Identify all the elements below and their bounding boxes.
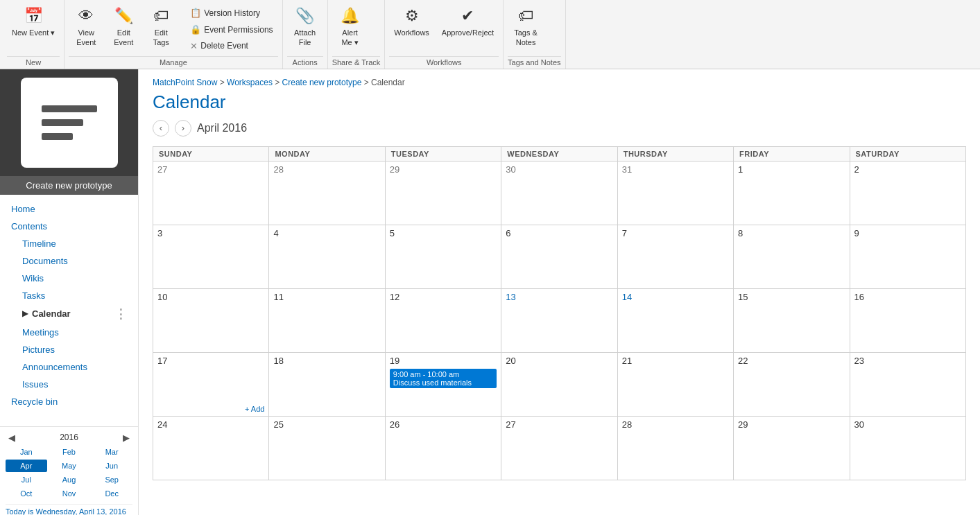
sidebar-item-recyclebin[interactable]: Recycle bin	[0, 393, 138, 410]
mini-cal-next-year[interactable]: ▶	[120, 433, 132, 443]
mini-cal-mar[interactable]: Mar	[91, 446, 132, 458]
tags-notes-button[interactable]: 🏷 Tags &Notes	[508, 3, 544, 51]
mini-cal-feb[interactable]: Feb	[49, 446, 90, 458]
calendar-day[interactable]: 14	[617, 288, 733, 352]
calendar-day[interactable]: 17+ Add	[153, 352, 269, 416]
breadcrumb-workspaces[interactable]: Workspaces	[227, 78, 273, 87]
add-event-link[interactable]: + Add	[245, 405, 264, 413]
approve-reject-button[interactable]: ✔ Approve/Reject	[437, 3, 499, 41]
workflows-button[interactable]: ⚙ Workflows	[389, 3, 434, 41]
attach-file-button[interactable]: 📎 AttachFile	[287, 3, 323, 51]
mini-cal-sep[interactable]: Sep	[91, 473, 132, 486]
mini-cal-dec[interactable]: Dec	[91, 487, 132, 500]
day-number: 20	[506, 356, 515, 366]
sidebar-item-wikis[interactable]: Wikis	[0, 270, 138, 287]
calendar-day[interactable]: 28	[269, 161, 385, 225]
mini-cal-oct[interactable]: Oct	[6, 487, 47, 500]
day-number: 30	[506, 164, 515, 175]
edit-tags-button[interactable]: 🏷 EditTags	[144, 3, 178, 51]
day-number: 15	[738, 292, 748, 302]
calendar-day[interactable]: 3	[153, 225, 269, 288]
calendar-day[interactable]: 11	[269, 288, 385, 352]
calendar-day[interactable]: 20	[501, 352, 617, 416]
sidebar-item-timeline[interactable]: Timeline	[0, 235, 138, 252]
day-number: 26	[390, 419, 399, 430]
breadcrumb-matchpoint[interactable]: MatchPoint Snow	[153, 78, 217, 87]
day-number: 22	[738, 356, 748, 366]
calendar-day[interactable]: 199:00 am - 10:00 amDiscuss used materia…	[385, 352, 501, 416]
view-event-icon: 👁	[78, 6, 94, 26]
calendar-day[interactable]: 15	[734, 288, 850, 352]
alert-me-button[interactable]: 🔔 AlertMe ▾	[332, 3, 368, 51]
logo-svg	[35, 91, 104, 154]
sidebar-item-documents[interactable]: Documents	[0, 252, 138, 270]
delete-event-button[interactable]: ✕ Delete Event	[185, 39, 277, 55]
context-menu-dots[interactable]: ⋮	[114, 308, 127, 320]
calendar-day[interactable]: 8	[734, 225, 850, 288]
col-monday: MONDAY	[269, 146, 385, 161]
calendar-day[interactable]: 25	[269, 416, 385, 480]
sidebar-item-calendar[interactable]: ▶ Calendar ⋮	[0, 304, 138, 324]
new-event-button[interactable]: 📅 New Event ▾	[7, 3, 60, 41]
event-title: Discuss used materials	[393, 378, 493, 387]
day-number: 4	[273, 228, 278, 238]
breadcrumb-create-prototype[interactable]: Create new prototype	[282, 78, 362, 87]
calendar-day[interactable]: 18	[269, 352, 385, 416]
calendar-day[interactable]: 13	[501, 288, 617, 352]
calendar-day[interactable]: 23	[850, 352, 965, 416]
calendar-day[interactable]: 10	[153, 288, 269, 352]
calendar-day[interactable]: 12	[385, 288, 501, 352]
cal-next-btn[interactable]: ›	[175, 120, 191, 137]
calendar-day[interactable]: 30	[850, 416, 965, 480]
calendar-day[interactable]: 21	[617, 352, 733, 416]
calendar-day[interactable]: 6	[501, 225, 617, 288]
sidebar-nav: Home Contents Timeline Documents Wikis T…	[0, 195, 138, 426]
day-number: 17	[157, 356, 167, 366]
event-permissions-button[interactable]: 🔒 Event Permissions	[185, 22, 277, 38]
calendar-day[interactable]: 2	[850, 161, 965, 225]
sidebar-item-pictures[interactable]: Pictures	[0, 341, 138, 358]
calendar-day[interactable]: 7	[617, 225, 733, 288]
mini-cal-aug[interactable]: Aug	[49, 473, 90, 486]
sidebar-item-home[interactable]: Home	[0, 200, 138, 218]
version-history-button[interactable]: 📋 Version History	[185, 6, 277, 21]
sidebar-item-contents[interactable]: Contents	[0, 218, 138, 235]
ribbon-group-new: 📅 New Event ▾ New	[3, 0, 65, 69]
mini-cal-jun[interactable]: Jun	[91, 460, 132, 472]
calendar-day[interactable]: 22	[734, 352, 850, 416]
calendar-day[interactable]: 30	[501, 161, 617, 225]
sidebar-item-meetings[interactable]: Meetings	[0, 324, 138, 341]
calendar-day[interactable]: 9	[850, 225, 965, 288]
calendar-day[interactable]: 31	[617, 161, 733, 225]
edit-tags-icon: 🏷	[153, 6, 169, 26]
day-number: 3	[157, 228, 162, 238]
calendar-day[interactable]: 29	[734, 416, 850, 480]
calendar-day[interactable]: 16	[850, 288, 965, 352]
event-block[interactable]: 9:00 am - 10:00 amDiscuss used materials	[390, 369, 497, 388]
calendar-day[interactable]: 28	[617, 416, 733, 480]
calendar-day[interactable]: 4	[269, 225, 385, 288]
cal-prev-btn[interactable]: ‹	[153, 120, 169, 137]
sidebar-item-issues[interactable]: Issues	[0, 376, 138, 393]
calendar-day[interactable]: 1	[734, 161, 850, 225]
calendar-day[interactable]: 27	[501, 416, 617, 480]
day-number: 23	[854, 356, 864, 366]
view-event-button[interactable]: 👁 ViewEvent	[69, 3, 103, 51]
day-number: 28	[622, 419, 632, 430]
mini-cal-may[interactable]: May	[49, 460, 90, 472]
calendar-day[interactable]: 24	[153, 416, 269, 480]
sidebar-item-announcements[interactable]: Announcements	[0, 358, 138, 376]
calendar-day[interactable]: 5	[385, 225, 501, 288]
mini-cal-nov[interactable]: Nov	[49, 487, 90, 500]
mini-cal-prev-year[interactable]: ◀	[6, 433, 18, 443]
event-time: 9:00 am - 10:00 am	[393, 370, 493, 378]
mini-cal-jan[interactable]: Jan	[6, 446, 47, 458]
mini-cal-apr[interactable]: Apr	[6, 460, 47, 472]
calendar-day[interactable]: 26	[385, 416, 501, 480]
mini-cal-jul[interactable]: Jul	[6, 473, 47, 486]
sidebar-item-tasks[interactable]: Tasks	[0, 287, 138, 304]
calendar-day[interactable]: 27	[153, 161, 269, 225]
calendar-day[interactable]: 29	[385, 161, 501, 225]
edit-event-button[interactable]: ✏️ EditEvent	[106, 3, 141, 51]
edit-event-icon: ✏️	[114, 6, 133, 26]
